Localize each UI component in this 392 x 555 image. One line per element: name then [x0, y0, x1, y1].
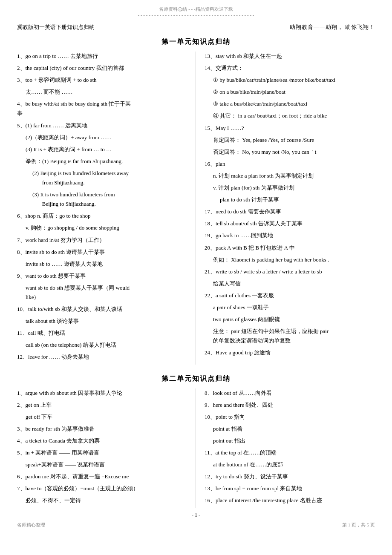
list-item: a pair of shoes 一双鞋子 [205, 303, 375, 312]
bottom-footer: 名师精心整理 第 1 页，共 5 页 [17, 522, 375, 528]
list-item: 5、in + 某种语言 —— 用某种语言 [17, 448, 187, 457]
list-item: 6、shop n. 商店：go to the shop [17, 211, 187, 221]
list-item: want sb to do sth 想要某人干某事（同 wouldlike） [17, 283, 187, 302]
list-item: 7、have to（客观的必须）=must（主观上的必须） [17, 484, 187, 493]
list-item: ② on a bus/bike/train/plane/boat [205, 87, 375, 97]
footer-left: 名师精心整理 [17, 522, 45, 528]
header-row: 冀教版初一英语下册知识点归纳 助翔教育——助翔， 助你飞翔！ [17, 21, 375, 33]
section2-title: 第二单元知识点归纳 [17, 374, 375, 383]
list-item: 给某人写信 [205, 279, 375, 288]
list-item: 1、go on a trip to …… 去某地旅行 [17, 52, 187, 61]
list-item: v. 购物：go shopping / do some shopping [17, 223, 187, 233]
list-item: 7、work hard in/at 努力学习（工作） [17, 236, 187, 245]
list-item: 18、tell sb about/of sth 告诉某人关于某事 [205, 219, 375, 228]
list-item: 17、need to do sth 需要去作某事 [205, 207, 375, 216]
list-item: 必须、不得不、一定得 [17, 496, 187, 505]
list-item: 例如： Xiaomei is packing her bag with her … [205, 255, 375, 265]
list-item: 太…… 而不能 …… [17, 87, 187, 97]
list-item: 19、go back to ……回到某地 [205, 231, 375, 240]
section2-right-col: 8、look out of 从……向外看 9、here and there 到处… [196, 388, 375, 508]
section2-content: 1、argue with sb about sth 因某事和某人争论 2、get… [17, 388, 375, 508]
list-item: v. 计划 plan (for) sth 为某事做计划 [205, 183, 375, 193]
top-banner-sub: - - - - - - - - - - - - - - - - - - - - … [138, 12, 254, 17]
header-right: 助翔教育——助翔， 助你飞翔！ [290, 23, 375, 31]
list-item: 否定回答： No, you may not /No, you can＇t [205, 147, 375, 157]
section1-left-col: 1、go on a trip to …… 去某地旅行 2、the capital… [17, 52, 196, 365]
list-item: 11、at the top of 在……的顶端 [205, 448, 375, 457]
list-item: 13、be from spl = come from spl 来自某地 [205, 484, 375, 493]
list-item: 肯定回答： Yes, please /Yes, of course /Sure [205, 135, 375, 145]
page-footer: - 1 - [17, 512, 375, 518]
list-item: invite sb to …… 邀请某人去某地 [17, 259, 187, 269]
list-item: speak+某种语言 —— 说某种语言 [17, 460, 187, 469]
list-item: get off 下车 [17, 412, 187, 422]
list-item: 3、be ready for sth 为某事做准备 [17, 424, 187, 434]
list-item: 9、here and there 到处、四处 [205, 400, 375, 410]
list-item: 8、look out of 从……向外看 [205, 388, 375, 398]
list-item: point at 指着 [205, 424, 375, 434]
list-item: 13、stay with sb 和某人住在一起 [205, 52, 375, 61]
list-item: (2) Beijing is two hundred kilometers aw… [17, 169, 187, 187]
list-item: 12、leave for …… 动身去某地 [17, 352, 187, 362]
list-item: 24、Have a good trip 旅途愉 [205, 348, 375, 357]
section1-right-col: 13、stay with sb 和某人住在一起 14、交通方式： ① by bu… [196, 52, 375, 365]
list-item: call sb (on the telephone) 给某人打电话 [17, 340, 187, 350]
list-item: ③ take a bus/bike/car/train/plane/boat/t… [205, 99, 375, 109]
list-item: 1、argue with sb about sth 因某事和某人争论 [17, 388, 187, 398]
list-item: 8、invite sb to do sth 邀请某人干某事 [17, 247, 187, 257]
list-item: ④ 其它： in a car/ boat/taxi；on foot；ride a… [205, 111, 375, 121]
list-item: 21、write to sb / write sb a letter / wri… [205, 267, 375, 276]
list-item: 22、a suit of clothes 一套衣服 [205, 291, 375, 300]
list-item: (3) It is two hundred kilometers from Be… [17, 190, 187, 209]
list-item: 4、be busy with/at sth be busy doing sth … [17, 99, 187, 118]
section2-left-col: 1、argue with sb about sth 因某事和某人争论 2、get… [17, 388, 196, 508]
list-item: 20、pack A with B 把 B 打包放进 A 中 [205, 243, 375, 253]
list-item: 2、get on 上车 [17, 400, 187, 410]
list-item: two pairs of glasses 两副眼镜 [205, 315, 375, 324]
list-item: plan to do sth 计划干某事 [205, 195, 375, 204]
list-item: (2)（表距离的词）+ away from …… [17, 133, 187, 142]
list-item: 4、a ticket to Canada 去加拿大的票 [17, 436, 187, 446]
list-item: 11、call 喊、打电话 [17, 328, 187, 338]
list-item: 15、May I ……? [205, 124, 375, 133]
section1-title: 第一单元知识点归纳 [17, 37, 375, 46]
list-item: 举例：(1) Beijing is far from Shijiazhuang. [17, 157, 187, 166]
header-left: 冀教版初一英语下册知识点归纳 [17, 23, 95, 31]
list-item: 16、place of interest /the interesting pl… [205, 496, 375, 505]
list-item: point out 指出 [205, 436, 375, 446]
list-item: 12、try to do sth 努力、设法干某事 [205, 472, 375, 481]
list-item: 10、talk to/with sb 和某人交谈、和某人谈话 [17, 305, 187, 314]
section-divider [17, 370, 375, 370]
list-item: 6、pardon me 对不起、请重复一遍 =Excuse me [17, 472, 187, 481]
list-item: 3、too + 形容词或副词 + to do sth [17, 75, 187, 85]
page-number: - 1 - [192, 512, 200, 518]
list-item: 16、plan [205, 159, 375, 169]
list-item: 注意： pair 短语在句中如果作主语，应根据 pair的单复数决定谓语动词的单… [205, 327, 375, 345]
list-item: 9、want to do sth 想要干某事 [17, 271, 187, 281]
list-item: (3) It is + 表距离的词 + from … to … [17, 145, 187, 154]
list-item: talk about sth 谈论某事 [17, 316, 187, 326]
top-banner-text: 名师资料总结 - - -精品资料欢迎下载 [159, 6, 233, 12]
page-wrapper: 名师资料总结 - - -精品资料欢迎下载 - - - - - - - - - -… [0, 0, 392, 555]
list-item: n. 计划 make a plan for sth 为某事制定计划 [205, 171, 375, 181]
list-item: ① by bus/bike/car/train/plane/sea /motor… [205, 75, 375, 85]
footer-right: 第 1 页，共 5 页 [342, 522, 375, 528]
section1-content: 1、go on a trip to …… 去某地旅行 2、the capital… [17, 52, 375, 365]
list-item: 14、交通方式： [205, 63, 375, 73]
list-item: 10、point to 指向 [205, 412, 375, 422]
list-item: 2、the capital (city) of our country 我们的首… [17, 63, 187, 73]
top-banner: 名师资料总结 - - -精品资料欢迎下载 - - - - - - - - - -… [17, 4, 375, 19]
list-item: at the bottom of 在……的底部 [205, 460, 375, 469]
list-item: 5、(1) far from …… 远离某地 [17, 121, 187, 130]
